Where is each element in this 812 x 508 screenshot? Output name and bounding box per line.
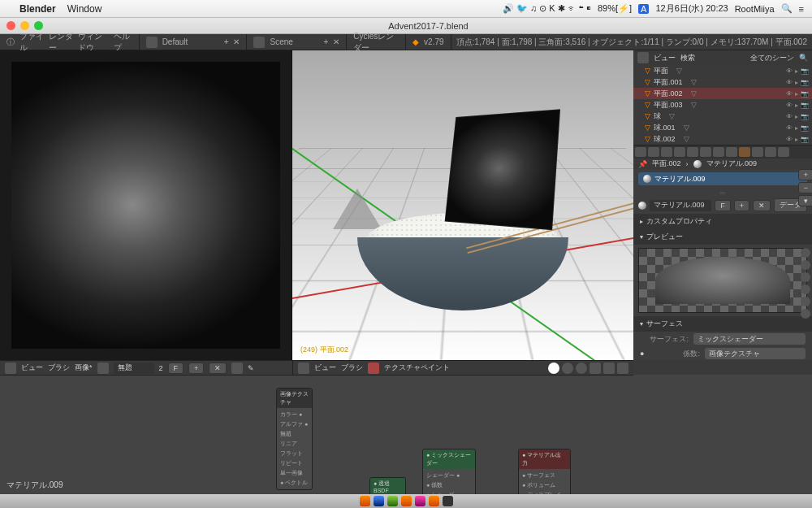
app-name[interactable]: Blender xyxy=(19,3,56,15)
snap-button[interactable] xyxy=(617,363,628,374)
material-unlink-button[interactable]: ✕ xyxy=(753,200,771,211)
node-transparent-bsdf[interactable]: ● 透過BSDF BSDF ●● カラー xyxy=(369,477,406,494)
scene-add-button[interactable]: + xyxy=(323,37,328,46)
overlays-button[interactable] xyxy=(590,363,601,374)
visibility-icon[interactable]: 👁 xyxy=(786,113,793,120)
section-surface[interactable]: サーフェス xyxy=(633,316,812,332)
node-image-texture[interactable]: 画像テクスチャ カラー ●アルファ ●無題リニアフラットリピート単一画像● ベク… xyxy=(276,388,313,490)
render-icon[interactable]: 📷 xyxy=(801,67,809,75)
section-preview[interactable]: プレビュー xyxy=(633,229,812,245)
outliner-item[interactable]: ▽球▽👁▸📷 xyxy=(633,111,812,122)
uv-canvas[interactable] xyxy=(0,50,292,360)
minimize-window-button[interactable] xyxy=(20,21,29,30)
tab-texture[interactable] xyxy=(752,147,763,157)
preview-monkey-button[interactable] xyxy=(801,284,810,294)
info-editor-icon[interactable]: ⓘ xyxy=(6,37,15,48)
surface-shader-select[interactable]: ミックスシェーダー xyxy=(693,333,806,345)
render-icon[interactable]: 📷 xyxy=(801,124,809,132)
outliner-view-menu[interactable]: ビュー xyxy=(654,53,676,63)
visibility-icon[interactable]: 👁 xyxy=(786,102,793,109)
vp-mode-icon[interactable] xyxy=(368,363,379,374)
tab-constraints[interactable] xyxy=(700,147,711,157)
material-fake-user-button[interactable]: F xyxy=(715,200,731,211)
preview-world-button[interactable] xyxy=(801,309,810,319)
outliner-item[interactable]: ▽平面▽👁▸📷 xyxy=(633,65,812,76)
status-icons[interactable]: 🔊 🐦 ♫ ⊙ K ✱ ᯤ ☁ ◧ xyxy=(503,3,591,14)
tab-modifiers[interactable] xyxy=(713,147,724,157)
notification-icon[interactable]: ≡ xyxy=(799,4,804,14)
section-custom-props[interactable]: カスタムプロパティ xyxy=(633,214,812,229)
vp-view-menu[interactable]: ビュー xyxy=(314,363,336,373)
uv-editor-type-icon[interactable] xyxy=(5,363,16,374)
user-name[interactable]: RootMiiya xyxy=(735,4,775,14)
tab-render-layers[interactable] xyxy=(648,147,659,157)
shading-material-button[interactable] xyxy=(562,363,573,374)
visibility-icon[interactable]: 👁 xyxy=(786,124,793,132)
material-context[interactable]: マテリアル.009 xyxy=(706,158,758,169)
visibility-icon[interactable]: 👁 xyxy=(786,90,793,98)
selectable-icon[interactable]: ▸ xyxy=(795,67,798,75)
tab-particles[interactable] xyxy=(765,147,776,157)
macos-dock[interactable] xyxy=(0,494,812,508)
material-add-button[interactable]: + xyxy=(798,169,812,180)
material-remove-button[interactable]: − xyxy=(798,182,812,193)
outliner-search-icon[interactable]: 🔍 xyxy=(799,54,808,62)
visibility-icon[interactable]: 👁 xyxy=(786,67,793,75)
tab-object[interactable] xyxy=(687,147,698,157)
tab-scene[interactable] xyxy=(661,147,672,157)
screen-layout-icon[interactable] xyxy=(146,37,158,48)
screen-layout-select[interactable]: Default xyxy=(162,37,219,46)
render-icon[interactable]: 📷 xyxy=(801,79,809,86)
node-canvas[interactable]: 画像テクスチャ カラー ●アルファ ●無題リニアフラットリピート単一画像● ベク… xyxy=(0,376,633,494)
selectable-icon[interactable]: ▸ xyxy=(795,124,798,132)
tab-physics[interactable] xyxy=(778,147,789,157)
material-new-button[interactable]: + xyxy=(734,200,749,211)
uv-tool-icon[interactable]: ✎ xyxy=(248,364,254,372)
preview-flat-button[interactable] xyxy=(801,248,810,258)
viewport-canvas[interactable]: (249) 平面.002 xyxy=(292,50,633,360)
ime-indicator[interactable]: A xyxy=(638,4,649,14)
layout-add-button[interactable]: + xyxy=(224,37,229,46)
outliner-filter-select[interactable]: 全てのシーン xyxy=(750,53,794,63)
spotlight-icon[interactable]: 🔍 xyxy=(781,3,793,14)
shading-rendered-button[interactable] xyxy=(576,363,587,374)
scene-icon[interactable] xyxy=(253,37,265,48)
outliner-item[interactable]: ▽球.002▽👁▸📷 xyxy=(633,133,812,145)
material-slot[interactable]: マテリアル.009 xyxy=(638,172,807,185)
outliner-item[interactable]: ▽平面.002▽👁▸📷 xyxy=(633,88,812,99)
selectable-icon[interactable]: ▸ xyxy=(795,79,798,86)
uv-mode-icon[interactable] xyxy=(97,363,109,374)
selectable-icon[interactable]: ▸ xyxy=(795,136,798,143)
uv-image-select[interactable]: 無題 xyxy=(114,363,154,374)
material-name-field[interactable]: マテリアル.009 xyxy=(650,200,711,211)
uv-add-button[interactable]: + xyxy=(188,363,204,374)
object-context[interactable]: 平面.002 xyxy=(652,158,681,169)
render-icon[interactable]: 📷 xyxy=(801,102,809,109)
selectable-icon[interactable]: ▸ xyxy=(795,113,798,120)
selectable-icon[interactable]: ▸ xyxy=(795,102,798,109)
material-specials-button[interactable]: ▾ xyxy=(798,195,812,206)
uv-pin-icon[interactable] xyxy=(231,363,243,374)
clock[interactable]: 12月6日(水) 20:23 xyxy=(655,2,728,15)
tab-material[interactable] xyxy=(739,147,750,157)
visibility-icon[interactable]: 👁 xyxy=(786,136,793,143)
render-icon[interactable]: 📷 xyxy=(801,136,809,143)
vp-brush-menu[interactable]: ブラシ xyxy=(341,363,363,373)
pin-icon[interactable]: 📌 xyxy=(638,160,647,168)
node-material-output[interactable]: ● マテリアル出力 ● サーフェス● ボリューム● ディスプレイスメント xyxy=(518,449,571,494)
material-browse-icon[interactable] xyxy=(638,202,646,210)
preview-cube-button[interactable] xyxy=(801,272,810,282)
uv-brush-menu[interactable]: ブラシ xyxy=(48,363,70,373)
uv-unlink-button[interactable]: ✕ xyxy=(209,363,227,374)
scene-remove-button[interactable]: ✕ xyxy=(333,37,339,46)
outliner-item[interactable]: ▽平面.003▽👁▸📷 xyxy=(633,99,812,111)
scene-select[interactable]: Scene xyxy=(270,37,318,46)
uv-image-menu[interactable]: 画像* xyxy=(75,363,93,373)
viewport-editor-type-icon[interactable] xyxy=(298,363,309,374)
uv-view-menu[interactable]: ビュー xyxy=(21,363,43,373)
outliner-search-menu[interactable]: 検索 xyxy=(680,53,695,63)
preview-sphere-button[interactable] xyxy=(801,260,810,270)
layout-remove-button[interactable]: ✕ xyxy=(233,37,240,46)
node-mix-shader[interactable]: ● ミックスシェーダー シェーダー ●● 係数● シェーダー● シェーダー xyxy=(422,449,476,494)
uv-users[interactable]: 2 xyxy=(159,364,163,372)
